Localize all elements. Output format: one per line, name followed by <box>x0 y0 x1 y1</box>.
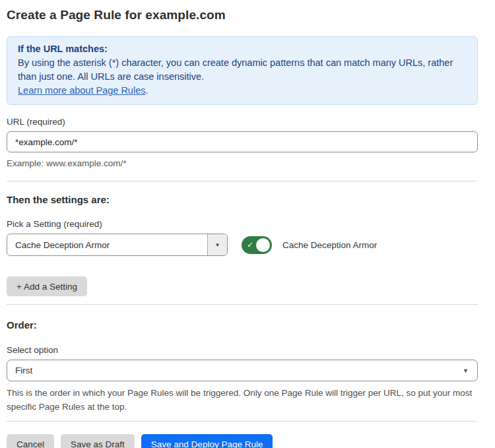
setting-select-value: Cache Deception Armor <box>7 234 207 255</box>
divider <box>7 304 478 305</box>
url-match-info-box: If the URL matches: By using the asteris… <box>7 36 478 105</box>
url-input[interactable] <box>7 131 478 152</box>
learn-more-link[interactable]: Learn more about Page Rules <box>18 85 145 96</box>
setting-select-arrow-button[interactable]: ▼ <box>207 234 227 255</box>
setting-select[interactable]: Cache Deception Armor ▼ <box>7 234 228 256</box>
toggle-knob <box>256 238 270 252</box>
url-label: URL (required) <box>7 117 478 127</box>
divider <box>7 181 478 181</box>
setting-toggle[interactable]: ✓ <box>242 236 272 254</box>
check-icon: ✓ <box>247 240 253 249</box>
add-setting-button[interactable]: + Add a Setting <box>7 276 87 296</box>
setting-row: Cache Deception Armor ▼ ✓ Cache Deceptio… <box>7 234 478 256</box>
order-select[interactable]: First ▼ <box>7 360 478 381</box>
chevron-down-icon: ▼ <box>463 368 477 374</box>
pick-setting-label: Pick a Setting (required) <box>7 219 478 229</box>
settings-section-heading: Then the settings are: <box>7 194 478 205</box>
info-box-body: By using the asterisk (*) character, you… <box>18 56 467 84</box>
info-box-heading: If the URL matches: <box>18 42 467 56</box>
cancel-button[interactable]: Cancel <box>7 434 54 448</box>
url-example-helper: Example: www.example.com/* <box>7 157 478 170</box>
save-and-deploy-button[interactable]: Save and Deploy Page Rule <box>141 434 273 448</box>
order-section-heading: Order: <box>7 319 478 331</box>
divider <box>7 421 478 422</box>
page-title: Create a Page Rule for example.com <box>7 8 478 22</box>
page-rule-form: Create a Page Rule for example.com If th… <box>0 0 495 448</box>
order-select-value: First <box>7 366 463 375</box>
chevron-down-icon: ▼ <box>215 242 220 248</box>
save-as-draft-button[interactable]: Save as Draft <box>61 434 135 448</box>
link-period: . <box>145 85 148 96</box>
info-box-link-line: Learn more about Page Rules. <box>18 84 467 98</box>
footer-actions: Cancel Save as Draft Save and Deploy Pag… <box>7 434 478 448</box>
order-helper-text: This is the order in which your Page Rul… <box>7 386 478 414</box>
setting-toggle-label: Cache Deception Armor <box>282 240 377 250</box>
order-select-label: Select option <box>7 345 478 355</box>
